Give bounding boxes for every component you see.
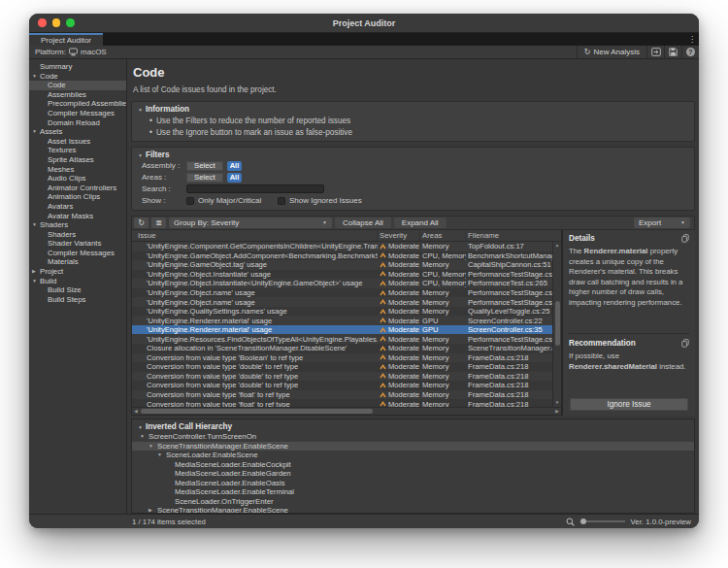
table-row[interactable]: 'UnityEngine.Object.name' usage Moderate… xyxy=(132,297,552,307)
flat-hierarchy-toggle-button[interactable]: ≣ xyxy=(151,217,166,228)
horizontal-scrollbar[interactable]: ◀ ▶ xyxy=(132,407,561,415)
zoom-slider[interactable] xyxy=(580,518,625,525)
foldout-arrow-icon[interactable]: ▼ xyxy=(140,432,149,442)
filters-header[interactable]: ▼ Filters xyxy=(138,150,688,159)
scroll-up-icon[interactable]: ▲ xyxy=(553,242,561,250)
sidebar-item[interactable]: Compiler Messages xyxy=(29,249,126,258)
vertical-scrollbar-thumb[interactable] xyxy=(555,301,561,346)
foldout-arrow-icon[interactable]: ▼ xyxy=(32,127,40,137)
column-header-filename[interactable]: Filename xyxy=(466,230,561,241)
sidebar-item[interactable]: Domain Reload xyxy=(29,118,126,128)
table-row[interactable]: Conversion from value type 'double' to r… xyxy=(132,372,552,382)
sidebar-item[interactable]: Code xyxy=(29,81,126,90)
sidebar-item[interactable]: Audio Clips xyxy=(29,174,126,184)
foldout-arrow-icon[interactable]: ▼ xyxy=(157,451,166,460)
table-row[interactable]: Conversion from value type 'Boolean' to … xyxy=(132,353,552,363)
assembly-select-button[interactable]: Select xyxy=(186,161,223,171)
scroll-left-icon[interactable]: ◀ xyxy=(132,408,140,416)
hierarchy-item[interactable]: ▶ SceneTransitionManager.EnableScene xyxy=(132,506,694,514)
table-row[interactable]: Closure allocation in 'SceneTransitionMa… xyxy=(132,344,552,353)
hierarchy-item[interactable]: ▼ SceneLoader.EnableScene xyxy=(132,451,694,460)
sidebar-item[interactable]: Precompiled Assemblies xyxy=(29,99,126,109)
information-header[interactable]: ▼ Information xyxy=(138,105,688,114)
sidebar-item[interactable]: Materials xyxy=(29,257,126,267)
foldout-arrow-icon[interactable]: ▼ xyxy=(32,220,40,230)
scroll-down-icon[interactable]: ▼ xyxy=(553,399,561,407)
table-row[interactable]: 'UnityEngine.Renderer.material' usage Mo… xyxy=(132,316,552,325)
table-row[interactable]: Conversion from value type 'float' to re… xyxy=(132,399,552,407)
column-header-severity[interactable]: Severity xyxy=(378,230,420,241)
sidebar-item[interactable]: ▼ Build xyxy=(29,277,126,286)
hierarchy-item[interactable]: MediaSceneLoader.EnableOasis xyxy=(132,479,694,488)
table-row[interactable]: 'UnityEngine.Object.Instantiate' usage M… xyxy=(132,270,552,280)
foldout-arrow-icon[interactable]: ▼ xyxy=(32,277,40,286)
ignore-issue-button[interactable]: Ignore Issue xyxy=(570,398,688,411)
platform-selector[interactable]: Platform: macOS xyxy=(35,48,107,56)
sidebar-item[interactable]: Assemblies xyxy=(29,90,126,100)
table-row[interactable]: Conversion from value type 'float' to re… xyxy=(132,390,552,400)
zoom-slider-track[interactable] xyxy=(580,520,625,521)
foldout-arrow-icon[interactable]: ▼ xyxy=(149,442,157,451)
table-row[interactable]: 'UnityEngine.Object.name' usage Moderate… xyxy=(132,288,552,298)
table-row[interactable]: 'UnityEngine.GameObject.tag' usage Moder… xyxy=(132,260,552,270)
column-header-areas[interactable]: Areas xyxy=(420,230,466,241)
export-button[interactable]: Export ▼ xyxy=(634,217,690,228)
column-header-issue[interactable]: Issue xyxy=(132,230,378,241)
zoom-slider-handle[interactable] xyxy=(580,518,586,524)
foldout-arrow-icon[interactable]: ▶ xyxy=(32,267,40,277)
table-row[interactable]: 'UnityEngine.Component.GetComponentsInCh… xyxy=(132,242,552,251)
collapse-all-button[interactable]: Collapse All xyxy=(335,217,391,228)
only-major-critical-checkbox[interactable] xyxy=(186,197,194,205)
group-by-dropdown[interactable]: Group By: Severity ▼ xyxy=(169,217,332,228)
help-button[interactable]: ? xyxy=(681,46,699,58)
show-ignored-issues-checkbox[interactable] xyxy=(278,197,285,205)
new-analysis-button[interactable]: ↻ New Analysis xyxy=(577,46,646,58)
table-row[interactable]: 'UnityEngine.GameObject.AddComponent<Ben… xyxy=(132,251,552,261)
hierarchy-header[interactable]: ▼ Inverted Call Hierarchy xyxy=(132,421,694,432)
copy-icon[interactable] xyxy=(681,234,689,243)
sidebar-item[interactable]: ▼ Assets xyxy=(29,127,126,137)
sidebar-item[interactable]: ▼ Code xyxy=(29,72,126,82)
sidebar-item[interactable]: ▶ Project xyxy=(29,267,126,277)
sidebar-item[interactable]: Compiler Messages xyxy=(29,109,126,118)
hierarchy-item[interactable]: MediaSceneLoader.EnableGarden xyxy=(132,469,694,479)
load-report-button[interactable] xyxy=(646,46,664,58)
horizontal-scrollbar-thumb[interactable] xyxy=(141,409,373,414)
sidebar-item[interactable]: Avatars xyxy=(29,202,126,212)
sidebar-item[interactable]: Meshes xyxy=(29,165,126,175)
table-row[interactable]: Conversion from value type 'double' to r… xyxy=(132,381,552,390)
areas-select-button[interactable]: Select xyxy=(186,173,223,183)
foldout-arrow-icon[interactable]: ▶ xyxy=(149,506,157,514)
sidebar-item[interactable]: Animator Controllers xyxy=(29,184,126,193)
vertical-scrollbar[interactable]: ▲ ▼ xyxy=(552,242,561,407)
sidebar-item[interactable]: Asset Issues xyxy=(29,137,126,147)
foldout-arrow-icon[interactable]: ▼ xyxy=(32,72,40,82)
hierarchy-item[interactable]: ▼ ScreenController.TurnScreenOn xyxy=(132,432,694,442)
hierarchy-item[interactable]: MediaSceneLoader.EnableTerminal xyxy=(132,487,694,497)
sidebar-item[interactable]: Summary xyxy=(29,62,126,72)
search-input[interactable] xyxy=(186,184,324,193)
window-menu-icon[interactable]: ⋮ xyxy=(685,33,699,46)
tab-project-auditor[interactable]: Project Auditor xyxy=(29,33,103,46)
sidebar-item[interactable]: Animation Clips xyxy=(29,192,126,202)
table-row[interactable]: Conversion from value type 'double' to r… xyxy=(132,362,552,372)
expand-all-button[interactable]: Expand All xyxy=(394,217,447,228)
table-row[interactable]: 'UnityEngine.QualitySettings.names' usag… xyxy=(132,307,552,317)
sidebar-item[interactable]: Textures xyxy=(29,146,126,155)
sidebar-item[interactable]: Avatar Masks xyxy=(29,212,126,221)
copy-icon[interactable] xyxy=(681,339,689,348)
save-report-button[interactable] xyxy=(664,46,681,58)
table-row[interactable]: 'UnityEngine.Renderer.material' usage Mo… xyxy=(132,325,552,335)
sidebar-item[interactable]: Shader Variants xyxy=(29,239,126,249)
scroll-right-icon[interactable]: ▶ xyxy=(553,408,561,416)
table-row[interactable]: 'UnityEngine.Object.Instantiate<UnityEng… xyxy=(132,279,552,288)
table-row[interactable]: 'UnityEngine.Resources.FindObjectsOfType… xyxy=(132,334,552,344)
refresh-table-button[interactable]: ↻ xyxy=(134,217,149,228)
hierarchy-item[interactable]: MediaSceneLoader.EnableCockpit xyxy=(132,460,694,470)
sidebar-item[interactable]: ▼ Shaders xyxy=(29,220,126,230)
sidebar-item[interactable]: Shaders xyxy=(29,230,126,240)
hierarchy-item[interactable]: ▼ SceneTransitionManager.EnableScene xyxy=(132,442,694,451)
sidebar-item[interactable]: Sprite Atlases xyxy=(29,155,126,165)
hierarchy-item[interactable]: SceneLoader.OnTriggerEnter xyxy=(132,497,694,507)
sidebar-item[interactable]: Build Steps xyxy=(29,295,126,305)
